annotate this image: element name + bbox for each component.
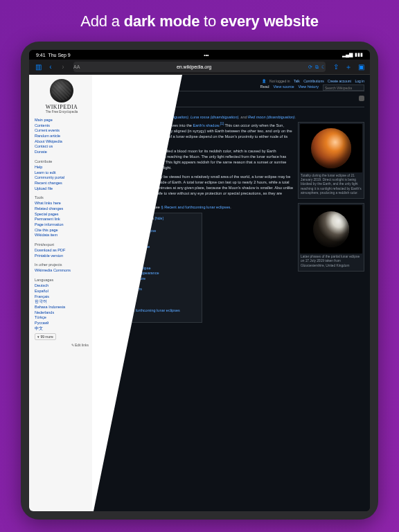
wiki-subtitle: The Free Encyclopedia [35, 110, 89, 114]
sidebar-link[interactable]: Wikimedia Commons [35, 268, 89, 274]
sidebar-link[interactable]: Page information [35, 222, 89, 228]
toc-hide[interactable]: [hide] [155, 216, 163, 220]
toc-link[interactable]: See also [107, 314, 121, 318]
projects-links: Wikimedia Commons [35, 268, 89, 274]
not-logged-in-label: Not logged in [269, 79, 290, 83]
toc-link[interactable]: Danjon scale [107, 260, 129, 265]
toc-link[interactable]: Types of lunar eclipse [107, 223, 143, 227]
sidebar-link[interactable]: Recent changes [35, 181, 89, 186]
sidebar-link[interactable]: What links here [35, 201, 89, 206]
article-sidebar: Totality during the lunar eclipse of 21 … [298, 122, 364, 323]
search-input[interactable] [323, 85, 364, 91]
sidebar-link[interactable]: Printable version [35, 254, 89, 259]
tab-talk[interactable]: Talk [113, 85, 120, 91]
toc-link[interactable]: Selenelion [107, 250, 125, 254]
sidebar-link[interactable]: Help [35, 165, 89, 170]
sidebar-link[interactable]: Learn to edit [35, 170, 89, 176]
edit-links[interactable]: ✎ Edit links [35, 343, 89, 347]
sidebar-link[interactable]: Contents [35, 123, 89, 129]
toc-link[interactable]: Inca [115, 282, 122, 286]
page-content: WIKIPEDIA The Free Encyclopedia Main pag… [29, 75, 370, 511]
reload-icon[interactable]: ⟳ [308, 64, 312, 70]
extensions-icon[interactable]: ⧉ [315, 64, 319, 70]
toc-link[interactable]: Lunar versus solar eclipse [107, 266, 151, 270]
toc-link[interactable]: Penumbral lunar eclipse [115, 229, 156, 233]
create-account-link[interactable]: Create account [328, 79, 351, 83]
languages-links: DeutschEspañolFrançais한국어Bahasa Indonesi… [35, 283, 89, 331]
sidebar-link[interactable]: Bahasa Indonesia [35, 305, 89, 310]
sidebar-link[interactable]: Special pages [35, 212, 89, 218]
sidebar-link[interactable]: Main page [35, 118, 89, 123]
contribs-link[interactable]: Contributions [303, 79, 323, 83]
sidebar-link[interactable]: 中文 [35, 326, 89, 332]
toc-link[interactable]: Blood moon [107, 298, 127, 302]
sidebar-link[interactable]: 한국어 [35, 299, 89, 305]
article-main: 👤 Not logged in Talk Contributions Creat… [93, 75, 370, 511]
sidebar-link[interactable]: Permanent link [35, 217, 89, 222]
contribute-links: HelpLearn to editCommunity portalRecent … [35, 165, 89, 191]
hatnote-link[interactable]: Red moon (disambiguation) [248, 115, 295, 119]
reader-aa-icon[interactable]: AA [73, 64, 80, 69]
status-date: Thu Sep 9 [48, 53, 70, 57]
address-bar[interactable]: AA en.wikipedia.org ⟳ ⧉ ☾ [73, 62, 326, 72]
eclipse-image-2[interactable] [300, 205, 362, 254]
sidebar-link[interactable]: Español [35, 289, 89, 294]
thumb-2-caption: Latter phases of the partial lunar eclip… [300, 254, 362, 269]
sidebar-link[interactable]: Français [35, 294, 89, 300]
login-link[interactable]: Log in [355, 79, 364, 83]
sidebar-link[interactable]: Nederlands [35, 310, 89, 316]
hatnote-link[interactable]: Luna rossa (disambiguation) [190, 115, 238, 119]
sidebar-link[interactable]: Community portal [35, 175, 89, 181]
eclipse-image-1[interactable] [300, 124, 362, 172]
toc-link[interactable]: Lunar eclipse appearance [115, 271, 159, 275]
hatnote: For other uses, see Lunar eclipse (disam… [98, 115, 364, 119]
action-history[interactable]: View history [298, 85, 319, 91]
wiki-sidebar: WIKIPEDIA The Free Encyclopedia Main pag… [29, 75, 93, 511]
sidebar-link[interactable]: Wikidata item [35, 233, 89, 238]
sidebar-link[interactable]: Related changes [35, 206, 89, 212]
toc-link[interactable]: Recent and forthcoming lunar eclipses [115, 308, 180, 312]
hatnote-link[interactable]: Lunar eclipse (disambiguation) [136, 115, 188, 119]
toc-link[interactable]: Mesopotamians [115, 287, 142, 291]
sidebar-link[interactable]: Random article [35, 134, 89, 139]
toc-link[interactable]: Timing [107, 255, 118, 259]
sidebar-toggle-icon[interactable]: ▥ [33, 62, 43, 72]
page-title: Lunar eclipse [98, 94, 364, 107]
action-viewsource[interactable]: View source [274, 85, 294, 91]
status-time: 9:41 [36, 53, 46, 57]
toc-link[interactable]: Total lunar eclipse [115, 239, 145, 243]
sidebar-link[interactable]: Deutsch [35, 283, 89, 289]
sidebar-link[interactable]: Türkçe [35, 315, 89, 321]
sidebar-link[interactable]: Upload file [35, 186, 89, 192]
toc-link[interactable]: Occurrence [107, 303, 126, 308]
talk-link[interactable]: Talk [294, 79, 300, 83]
contribute-heading: Contribute [35, 159, 89, 163]
sidebar-link[interactable]: About Wikipedia [35, 139, 89, 145]
more-languages-button[interactable]: ▾ 99 more [35, 333, 56, 340]
toc-link[interactable]: Lunar eclipse in culture [107, 276, 146, 281]
toc-link[interactable]: Partial lunar eclipse [115, 234, 148, 238]
toc-link[interactable]: Central lunar eclipse [115, 245, 150, 249]
sidebar-link[interactable]: Donate [35, 150, 89, 155]
projects-heading: In other projects [35, 263, 89, 267]
screen: 9:41 Thu Sep 9 ••• ▂▄▆ ▮▮▮ ▥ ‹ › AA en.w… [29, 50, 370, 511]
action-read[interactable]: Read [260, 85, 269, 91]
sidebar-link[interactable]: Current events [35, 128, 89, 134]
tabs-icon[interactable]: ▣ [356, 62, 366, 72]
wiki-logo[interactable]: WIKIPEDIA The Free Encyclopedia [35, 79, 89, 114]
sidebar-link[interactable]: Cite this page [35, 228, 89, 233]
browser-toolbar: ▥ ‹ › AA en.wikipedia.org ⟳ ⧉ ☾ ⇪ ＋ ▣ [29, 60, 370, 75]
toc-list: 1 Types of lunar eclipse1.1 Penumbral lu… [103, 223, 197, 319]
reader-icon[interactable]: ☾ [321, 64, 326, 70]
back-icon[interactable]: ‹ [46, 62, 55, 72]
tab-article[interactable]: Article [98, 85, 109, 91]
section-link[interactable]: § Recent and forthcoming lunar eclipses [161, 205, 231, 209]
print-links: Download as PDFPrintable version [35, 248, 89, 258]
share-icon[interactable]: ⇪ [331, 62, 341, 72]
sidebar-link[interactable]: Contact us [35, 144, 89, 150]
new-tab-icon[interactable]: ＋ [344, 62, 353, 72]
url-text: en.wikipedia.org [82, 64, 305, 69]
sidebar-link[interactable]: Download as PDF [35, 248, 89, 254]
toc-link[interactable]: Chinese [115, 292, 129, 296]
sidebar-link[interactable]: Русский [35, 321, 89, 326]
